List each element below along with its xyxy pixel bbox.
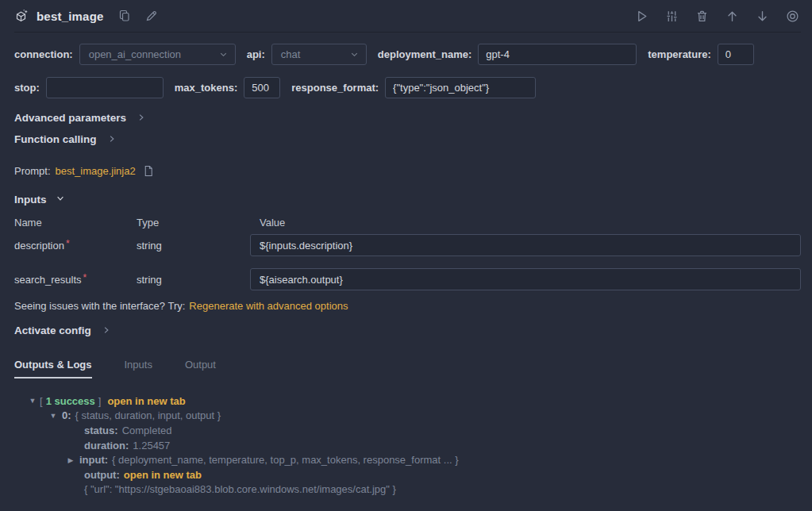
input-name-description: description* — [14, 240, 137, 252]
connection-dropdown[interactable]: open_ai_connection — [79, 44, 236, 65]
temperature-input[interactable] — [718, 44, 754, 65]
column-header-type: Type — [137, 217, 250, 229]
column-header-value: Value — [250, 217, 801, 229]
max-tokens-input[interactable] — [244, 77, 280, 98]
output-key: output: — [84, 469, 120, 481]
chevron-right-icon — [137, 113, 146, 122]
required-marker: * — [66, 238, 70, 249]
bracket: ] — [98, 395, 102, 407]
entry-signature: { status, duration, input, output } — [75, 409, 221, 421]
duration-key: duration: — [84, 440, 129, 451]
max-tokens-label: max_tokens: — [175, 82, 237, 94]
chevron-right-icon — [107, 134, 117, 144]
tab-output[interactable]: Output — [185, 359, 216, 378]
input-name-search-results: search_results* — [14, 274, 137, 286]
params-row-2: stop: max_tokens: response_format: — [14, 76, 801, 98]
input-name-text: search_results — [14, 274, 82, 286]
table-row: search_results* string — [14, 268, 801, 290]
expand-caret-icon[interactable]: ▶ — [67, 456, 75, 464]
advanced-parameters-label: Advanced parameters — [14, 112, 126, 124]
api-label: api: — [247, 48, 265, 60]
llm-node-icon — [14, 9, 29, 24]
output-url-text: { "url": "https://stgebaoai883.blob.core… — [84, 483, 396, 495]
function-calling-toggle[interactable]: Function calling — [14, 132, 801, 146]
activate-config-label: Activate config — [14, 325, 91, 336]
results-tabs: Outputs & Logs Inputs Output — [14, 359, 801, 378]
delete-node-button[interactable] — [694, 8, 710, 25]
function-calling-label: Function calling — [14, 133, 97, 145]
inputs-section-label: Inputs — [14, 194, 47, 206]
log-run-summary: ▼ [ 1 success ] open in new tab — [14, 394, 801, 409]
stop-label: stop: — [14, 82, 40, 94]
required-marker: * — [83, 272, 87, 283]
column-header-name: Name — [14, 217, 137, 229]
connection-label: connection: — [14, 48, 73, 60]
move-up-button[interactable] — [724, 8, 741, 25]
prompt-file-link[interactable]: best_image.jinja2 — [56, 165, 136, 177]
table-row: description* string — [14, 234, 801, 256]
params-row-1: connection: open_ai_connection api: chat… — [14, 43, 801, 65]
input-key: input: — [79, 454, 108, 466]
deployment-name-input[interactable] — [478, 44, 637, 65]
input-name-text: description — [14, 240, 64, 252]
response-format-input[interactable] — [385, 77, 536, 98]
api-dropdown[interactable]: chat — [271, 44, 367, 65]
connection-value: open_ai_connection — [89, 48, 181, 60]
log-url-line: { "url": "https://stgebaoai883.blob.core… — [14, 482, 801, 498]
outputs-log-tree: ▼ [ 1 success ] open in new tab ▼ 0: { s… — [14, 394, 801, 497]
input-value: { deployment_name, temperature, top_p, m… — [112, 454, 458, 466]
focus-node-button[interactable] — [784, 8, 801, 25]
llm-node-panel: best_image — [0, 0, 812, 511]
duration-value: 1.25457 — [133, 440, 170, 451]
collapse-caret-icon[interactable]: ▼ — [49, 412, 57, 420]
status-value: Completed — [122, 425, 172, 436]
open-in-new-tab-link[interactable]: open in new tab — [124, 469, 202, 481]
collapse-caret-icon[interactable]: ▼ — [29, 397, 37, 405]
edit-node-button[interactable] — [144, 8, 160, 24]
response-format-label: response_format: — [291, 82, 379, 94]
deployment-name-label: deployment_name: — [378, 48, 471, 60]
tune-settings-button[interactable] — [664, 8, 680, 25]
api-value: chat — [281, 48, 301, 60]
log-output-line: output: open in new tab — [14, 467, 801, 482]
chevron-down-icon — [349, 49, 360, 60]
prompt-label: Prompt: — [14, 165, 51, 177]
inputs-section-toggle[interactable]: Inputs — [14, 192, 801, 206]
log-status-line: status: Completed — [14, 423, 801, 438]
open-in-new-tab-link[interactable]: open in new tab — [107, 395, 185, 407]
interface-notice: Seeing issues with the interface? Try: R… — [14, 298, 801, 313]
status-key: status: — [84, 425, 118, 436]
activate-config-toggle[interactable]: Activate config — [14, 323, 801, 337]
input-value-search-results[interactable] — [250, 268, 801, 290]
input-type: string — [137, 274, 250, 286]
prompt-row: Prompt: best_image.jinja2 — [14, 163, 801, 179]
temperature-label: temperature: — [648, 48, 710, 60]
input-type: string — [137, 240, 250, 252]
log-input-line: ▶ input: { deployment_name, temperature,… — [14, 452, 801, 467]
tab-inputs[interactable]: Inputs — [125, 359, 152, 378]
open-file-icon[interactable] — [143, 165, 154, 177]
bracket: [ — [40, 395, 43, 407]
tab-outputs-logs[interactable]: Outputs & Logs — [14, 359, 92, 378]
move-down-button[interactable] — [754, 8, 771, 25]
inputs-table-header: Name Type Value — [14, 217, 801, 229]
copy-node-button[interactable] — [117, 8, 133, 24]
notice-text: Seeing issues with the interface? Try: — [14, 300, 185, 312]
chevron-down-icon — [218, 49, 229, 60]
entry-index: 0: — [62, 409, 71, 421]
node-title: best_image — [37, 10, 104, 23]
chevron-right-icon — [102, 325, 111, 335]
log-duration-line: duration: 1.25457 — [14, 438, 801, 453]
success-count: 1 success — [46, 395, 95, 407]
regenerate-link[interactable]: Regenerate with advanced options — [189, 300, 348, 312]
advanced-parameters-toggle[interactable]: Advanced parameters — [14, 110, 801, 125]
node-header: best_image — [14, 0, 801, 33]
run-node-button[interactable] — [633, 8, 650, 25]
input-value-description[interactable] — [250, 234, 801, 256]
stop-input[interactable] — [46, 77, 164, 98]
log-entry-header: ▼ 0: { status, duration, input, output } — [14, 409, 801, 424]
chevron-down-icon — [56, 194, 65, 206]
